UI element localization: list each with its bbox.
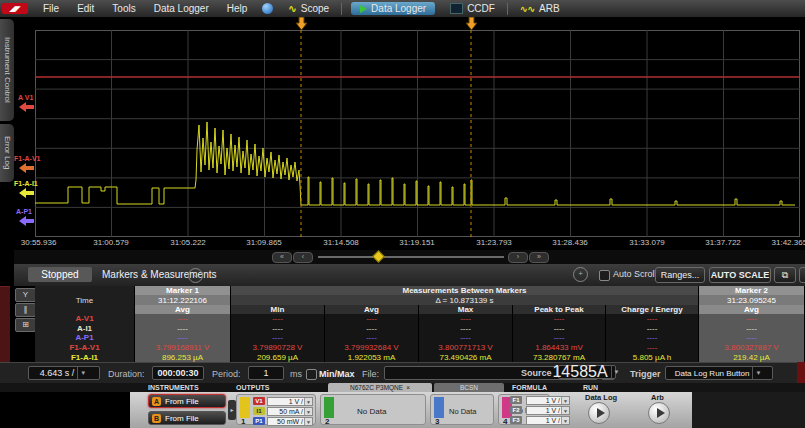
tab-data-logger[interactable]: Data Logger bbox=[351, 2, 435, 15]
scroll-end-button[interactable]: » bbox=[529, 252, 549, 263]
table-row[interactable]: A-P1 ---- ---- ---- ---- ---- ---- ---- bbox=[35, 333, 805, 343]
autoscroll-checkbox[interactable] bbox=[599, 270, 610, 281]
ranges-button[interactable]: Ranges... bbox=[655, 267, 705, 283]
tab-ccdf[interactable]: CCDF bbox=[441, 2, 504, 15]
v1-scale-select[interactable]: 1 V /▼ bbox=[267, 397, 313, 406]
minmax-checkbox[interactable] bbox=[306, 369, 317, 380]
f2-badge[interactable]: F2 bbox=[510, 406, 522, 414]
channel1-number: 1 bbox=[241, 417, 245, 426]
trigger-select[interactable]: Data Log Run Button▼ bbox=[665, 366, 773, 380]
scope-icon: ∿ bbox=[288, 3, 296, 14]
p1-scale-select[interactable]: 50 mW /▼ bbox=[267, 417, 313, 426]
table-row[interactable]: F1-A-I1 896.253 µA 209.659 µA 1.922053 m… bbox=[35, 352, 805, 362]
channel3-number: 3 bbox=[435, 417, 439, 426]
sidebar-tab-instrument-control[interactable]: Instrument Control bbox=[0, 19, 14, 121]
scroll-rewind-button[interactable]: « bbox=[272, 252, 292, 263]
arb-play-button[interactable] bbox=[648, 402, 670, 424]
timescale-select[interactable]: 4.643 s /▼ bbox=[28, 366, 100, 380]
table-row[interactable]: F1-A-V1 3.799168911 V 3.79890728 V 3.799… bbox=[35, 343, 805, 353]
close-icon[interactable]: × bbox=[406, 384, 410, 391]
crosshair-icon[interactable]: + bbox=[573, 267, 588, 282]
menu-help[interactable]: Help bbox=[218, 3, 257, 14]
trace-marker-icon[interactable] bbox=[19, 102, 34, 112]
bottom-panel: A From File B From File ▸ 1 V1 1 V /▼ I1… bbox=[130, 392, 692, 428]
table-row[interactable]: A-I1 ---- ---- ---- ---- ---- ---- ---- bbox=[35, 324, 805, 334]
between-markers-header: Measurements Between Markers bbox=[231, 286, 699, 295]
trace-marker-icon[interactable] bbox=[19, 163, 34, 173]
chevron-down-icon: ▼ bbox=[77, 367, 88, 379]
autoscroll-label: Auto Scroll bbox=[613, 269, 657, 279]
trace-label-f1-a-i1: F1-A-I1 bbox=[14, 180, 38, 187]
menu-file[interactable]: File bbox=[34, 3, 68, 14]
marker2-header[interactable]: Marker 2 bbox=[699, 286, 805, 295]
marker1-handle-arrow-icon[interactable] bbox=[295, 17, 308, 30]
chevron-down-icon: ▼ bbox=[561, 397, 569, 404]
delta-time: Δ = 10.873139 s bbox=[231, 295, 699, 305]
expand-arrow-icon[interactable]: ▸ bbox=[228, 400, 236, 420]
marker1-header[interactable]: Marker 1 bbox=[135, 286, 231, 295]
instrument-a-from-file-button[interactable]: A From File bbox=[148, 394, 226, 408]
source-select[interactable]: 14585A▼ bbox=[558, 365, 616, 379]
grid-view-icon[interactable]: ⊞ bbox=[15, 318, 36, 332]
f3-badge[interactable]: F3 bbox=[510, 416, 522, 424]
empty-cell bbox=[35, 305, 135, 314]
x-tick: 31:14.508 bbox=[323, 238, 359, 247]
trigger-label: Trigger bbox=[630, 369, 661, 379]
menu-tools[interactable]: Tools bbox=[103, 3, 144, 14]
chevron-down-icon: ▼ bbox=[561, 407, 569, 414]
i1-scale-select[interactable]: 50 mA /▼ bbox=[267, 407, 313, 416]
chevron-down-icon: ▼ bbox=[611, 366, 622, 378]
marker-tool-icon[interactable]: Y bbox=[15, 288, 36, 302]
f3-scale-select[interactable]: 1 V /▼ bbox=[526, 416, 570, 425]
instrument-b-from-file-button[interactable]: B From File bbox=[148, 411, 226, 425]
menu-edit[interactable]: Edit bbox=[68, 3, 103, 14]
trace-marker-icon[interactable] bbox=[19, 216, 34, 226]
markers-pair-icon[interactable]: ∥ bbox=[15, 303, 36, 317]
duration-field[interactable]: 000:00:30 bbox=[152, 366, 204, 380]
x-axis-ticks: 30:55.936 31:00.579 31:05.222 31:09.865 … bbox=[0, 238, 805, 249]
sidebar-tab-error-log[interactable]: Error Log bbox=[0, 124, 14, 182]
arb-icon: ∿∿ bbox=[520, 4, 535, 14]
x-tick: 31:05.222 bbox=[170, 238, 206, 247]
period-field[interactable]: 1 bbox=[248, 366, 284, 380]
file-tab-active[interactable]: N6762C P3MQNE × bbox=[328, 383, 432, 392]
chart-scrollbar: « ‹ › » bbox=[14, 250, 805, 264]
marker2-handle-arrow-icon[interactable] bbox=[465, 17, 478, 30]
p1-badge: P1 bbox=[253, 417, 265, 425]
scroll-back-button[interactable]: ‹ bbox=[293, 252, 313, 263]
f2-scale-select[interactable]: 1 V /▼ bbox=[526, 406, 570, 415]
scroll-track[interactable] bbox=[318, 256, 504, 258]
f1-badge[interactable]: F1 bbox=[510, 396, 522, 404]
scroll-forward-button[interactable]: › bbox=[508, 252, 528, 263]
instrument-status-icon[interactable] bbox=[262, 3, 273, 14]
menu-data-logger[interactable]: Data Logger bbox=[145, 3, 218, 14]
col-header-m1-avg: Avg bbox=[135, 305, 231, 314]
tab-scope[interactable]: ∿ Scope bbox=[279, 2, 338, 15]
col-header-max: Max bbox=[419, 305, 513, 314]
col-header-avg: Avg bbox=[325, 305, 419, 314]
output-channel-3: 3 No Data bbox=[430, 394, 494, 425]
stopped-status-button[interactable]: Stopped bbox=[28, 267, 92, 282]
zoom-in-icon[interactable]: + bbox=[799, 267, 805, 283]
chevron-down-icon: ▼ bbox=[304, 418, 312, 425]
scroll-handle[interactable] bbox=[372, 250, 385, 263]
left-accent-strip bbox=[0, 286, 10, 363]
trace-label-a-v1: A V1 bbox=[18, 94, 33, 101]
output-channel-2: 2 No Data bbox=[320, 394, 426, 425]
datalog-play-button[interactable] bbox=[588, 402, 610, 424]
marker1-time: 31:12.222106 bbox=[135, 295, 231, 305]
trace-marker-icon[interactable] bbox=[19, 188, 34, 198]
autoscale-button[interactable]: AUTO SCALE bbox=[709, 267, 771, 283]
channel4-number: 4 bbox=[503, 417, 507, 426]
right-accent-strip bbox=[797, 362, 805, 383]
file-tab-inactive[interactable]: BCSN bbox=[434, 383, 504, 392]
tab-arb[interactable]: ∿∿ ARB bbox=[511, 2, 569, 15]
source-label: Source bbox=[521, 368, 552, 378]
zoom-region-icon[interactable]: ⧉ bbox=[774, 267, 796, 283]
table-row[interactable]: A-V1 ---- ---- ---- ---- ---- ---- ---- bbox=[35, 314, 805, 324]
f1-scale-select[interactable]: 1 V /▼ bbox=[526, 396, 570, 405]
play-icon bbox=[360, 5, 367, 13]
collapse-panel-button[interactable]: ⌄ bbox=[188, 268, 203, 283]
col-header-m2-avg: Avg bbox=[699, 305, 805, 314]
channel2-number: 2 bbox=[325, 417, 329, 426]
